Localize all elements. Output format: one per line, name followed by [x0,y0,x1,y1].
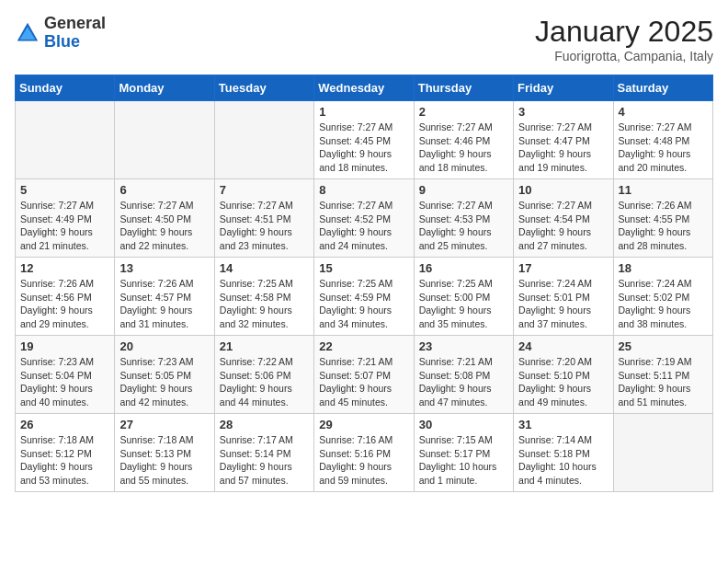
calendar-cell: 8Sunrise: 7:27 AMSunset: 4:52 PMDaylight… [314,179,414,258]
weekday-header-tuesday: Tuesday [214,75,313,101]
day-number: 8 [319,183,408,197]
weekday-header-sunday: Sunday [16,75,115,101]
calendar-cell: 30Sunrise: 7:15 AMSunset: 5:17 PMDayligh… [414,414,513,492]
day-info: Sunrise: 7:25 AMSunset: 4:58 PMDaylight:… [220,277,309,331]
logo-text: General Blue [44,15,106,52]
day-info: Sunrise: 7:27 AMSunset: 4:45 PMDaylight:… [319,121,408,175]
calendar-cell: 27Sunrise: 7:18 AMSunset: 5:13 PMDayligh… [115,414,214,492]
day-info: Sunrise: 7:15 AMSunset: 5:17 PMDaylight:… [419,433,508,488]
day-info: Sunrise: 7:27 AMSunset: 4:47 PMDaylight:… [518,121,608,175]
calendar-week-5: 26Sunrise: 7:18 AMSunset: 5:12 PMDayligh… [16,414,713,492]
day-info: Sunrise: 7:27 AMSunset: 4:53 PMDaylight:… [419,199,508,253]
calendar-cell: 10Sunrise: 7:27 AMSunset: 4:54 PMDayligh… [514,179,613,258]
day-info: Sunrise: 7:18 AMSunset: 5:12 PMDaylight:… [20,433,109,488]
calendar-cell [115,101,214,179]
calendar-week-2: 5Sunrise: 7:27 AMSunset: 4:49 PMDaylight… [16,179,713,258]
day-number: 15 [319,261,408,275]
day-info: Sunrise: 7:27 AMSunset: 4:49 PMDaylight:… [20,199,109,253]
calendar-cell: 18Sunrise: 7:24 AMSunset: 5:02 PMDayligh… [613,258,712,336]
calendar-cell: 25Sunrise: 7:19 AMSunset: 5:11 PMDayligh… [613,336,712,414]
title-block: January 2025 Fuorigrotta, Campania, Ital… [535,15,713,63]
month-title: January 2025 [535,15,713,49]
day-info: Sunrise: 7:25 AMSunset: 5:00 PMDaylight:… [419,277,508,331]
day-number: 9 [419,183,508,197]
day-info: Sunrise: 7:19 AMSunset: 5:11 PMDaylight:… [619,355,708,409]
day-number: 20 [119,339,209,353]
calendar-cell: 2Sunrise: 7:27 AMSunset: 4:46 PMDaylight… [414,101,513,179]
weekday-header-wednesday: Wednesday [314,75,414,101]
day-number: 24 [518,339,608,353]
day-info: Sunrise: 7:27 AMSunset: 4:54 PMDaylight:… [518,199,608,253]
day-info: Sunrise: 7:26 AMSunset: 4:55 PMDaylight:… [619,199,708,253]
day-number: 25 [619,339,708,353]
day-number: 21 [220,339,309,353]
calendar-cell: 17Sunrise: 7:24 AMSunset: 5:01 PMDayligh… [514,258,613,336]
day-number: 26 [20,418,109,431]
calendar-cell: 6Sunrise: 7:27 AMSunset: 4:50 PMDaylight… [115,179,214,258]
weekday-header-monday: Monday [115,75,214,101]
calendar-week-3: 12Sunrise: 7:26 AMSunset: 4:56 PMDayligh… [16,258,713,336]
day-info: Sunrise: 7:20 AMSunset: 5:10 PMDaylight:… [518,355,608,409]
calendar-header-row: SundayMondayTuesdayWednesdayThursdayFrid… [16,75,713,101]
day-number: 1 [319,105,408,119]
day-info: Sunrise: 7:27 AMSunset: 4:50 PMDaylight:… [119,199,209,253]
logo: General Blue [15,15,106,52]
calendar-cell: 19Sunrise: 7:23 AMSunset: 5:04 PMDayligh… [16,336,115,414]
day-info: Sunrise: 7:21 AMSunset: 5:08 PMDaylight:… [419,355,508,409]
day-number: 3 [518,105,608,119]
weekday-header-thursday: Thursday [414,75,513,101]
calendar-cell: 4Sunrise: 7:27 AMSunset: 4:48 PMDaylight… [613,101,712,179]
day-number: 28 [220,418,309,431]
weekday-header-saturday: Saturday [613,75,712,101]
day-info: Sunrise: 7:17 AMSunset: 5:14 PMDaylight:… [220,433,309,488]
weekday-header-friday: Friday [514,75,613,101]
day-number: 27 [119,418,209,431]
calendar-cell: 9Sunrise: 7:27 AMSunset: 4:53 PMDaylight… [414,179,513,258]
calendar-cell: 31Sunrise: 7:14 AMSunset: 5:18 PMDayligh… [514,414,613,492]
calendar-cell: 22Sunrise: 7:21 AMSunset: 5:07 PMDayligh… [314,336,414,414]
day-number: 19 [20,339,109,353]
calendar-cell [214,101,313,179]
day-info: Sunrise: 7:26 AMSunset: 4:56 PMDaylight:… [20,277,109,331]
day-number: 5 [20,183,109,197]
day-number: 29 [319,418,408,431]
day-number: 17 [518,261,608,275]
day-info: Sunrise: 7:23 AMSunset: 5:04 PMDaylight:… [20,355,109,409]
calendar-cell: 11Sunrise: 7:26 AMSunset: 4:55 PMDayligh… [613,179,712,258]
calendar-cell: 24Sunrise: 7:20 AMSunset: 5:10 PMDayligh… [514,336,613,414]
day-number: 31 [518,418,608,431]
calendar-cell [613,414,712,492]
day-number: 18 [619,261,708,275]
day-info: Sunrise: 7:27 AMSunset: 4:48 PMDaylight:… [619,121,708,175]
day-info: Sunrise: 7:25 AMSunset: 4:59 PMDaylight:… [319,277,408,331]
day-info: Sunrise: 7:23 AMSunset: 5:05 PMDaylight:… [119,355,209,409]
calendar-cell: 7Sunrise: 7:27 AMSunset: 4:51 PMDaylight… [214,179,313,258]
logo-icon [15,20,40,46]
day-number: 30 [419,418,508,431]
calendar-cell: 12Sunrise: 7:26 AMSunset: 4:56 PMDayligh… [16,258,115,336]
day-info: Sunrise: 7:22 AMSunset: 5:06 PMDaylight:… [220,355,309,409]
day-number: 23 [419,339,508,353]
calendar-cell: 1Sunrise: 7:27 AMSunset: 4:45 PMDaylight… [314,101,414,179]
logo-blue: Blue [44,32,80,51]
calendar-cell [16,101,115,179]
page-header: General Blue January 2025 Fuorigrotta, C… [15,15,713,63]
calendar-cell: 26Sunrise: 7:18 AMSunset: 5:12 PMDayligh… [16,414,115,492]
calendar-cell: 23Sunrise: 7:21 AMSunset: 5:08 PMDayligh… [414,336,513,414]
calendar-cell: 14Sunrise: 7:25 AMSunset: 4:58 PMDayligh… [214,258,313,336]
day-number: 12 [20,261,109,275]
location: Fuorigrotta, Campania, Italy [535,49,713,63]
day-number: 6 [119,183,209,197]
day-info: Sunrise: 7:21 AMSunset: 5:07 PMDaylight:… [319,355,408,409]
calendar-cell: 3Sunrise: 7:27 AMSunset: 4:47 PMDaylight… [514,101,613,179]
calendar-cell: 28Sunrise: 7:17 AMSunset: 5:14 PMDayligh… [214,414,313,492]
day-info: Sunrise: 7:18 AMSunset: 5:13 PMDaylight:… [119,433,209,488]
day-info: Sunrise: 7:27 AMSunset: 4:46 PMDaylight:… [419,121,508,175]
calendar-week-4: 19Sunrise: 7:23 AMSunset: 5:04 PMDayligh… [16,336,713,414]
day-number: 2 [419,105,508,119]
day-number: 7 [220,183,309,197]
day-info: Sunrise: 7:27 AMSunset: 4:52 PMDaylight:… [319,199,408,253]
calendar-cell: 16Sunrise: 7:25 AMSunset: 5:00 PMDayligh… [414,258,513,336]
calendar-cell: 29Sunrise: 7:16 AMSunset: 5:16 PMDayligh… [314,414,414,492]
day-info: Sunrise: 7:14 AMSunset: 5:18 PMDaylight:… [518,433,608,488]
